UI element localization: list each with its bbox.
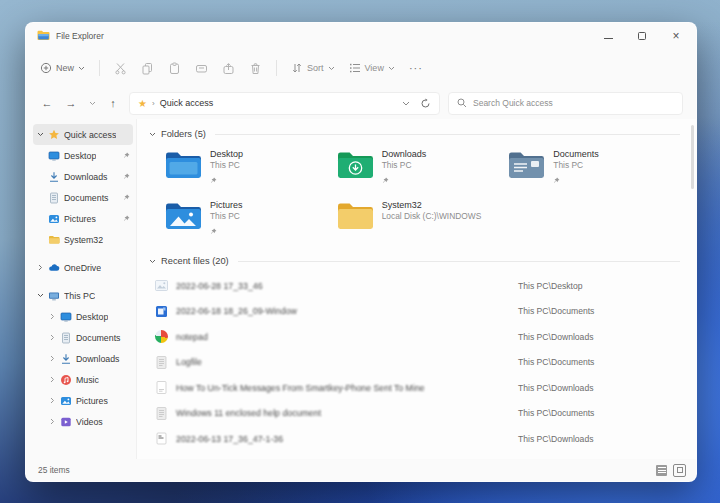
sort-button[interactable]: Sort: [291, 62, 335, 74]
delete-button[interactable]: [249, 62, 262, 75]
search-input[interactable]: [473, 98, 674, 108]
file-name: 2022-06-18 18_26_09-Window: [176, 306, 510, 316]
view-button-label: View: [365, 63, 384, 73]
search-box[interactable]: [448, 92, 683, 115]
forward-button[interactable]: →: [63, 97, 79, 109]
view-button[interactable]: View: [349, 62, 395, 74]
folder-desktop-icon: [165, 150, 202, 179]
sidebar-item-pc-downloads[interactable]: Downloads: [45, 348, 133, 369]
quick-access-star-icon: ★: [138, 98, 147, 109]
copy-button[interactable]: [141, 62, 154, 75]
sidebar-item-desktop[interactable]: Desktop: [45, 145, 133, 166]
more-options-button[interactable]: ···: [409, 62, 423, 74]
recent-locations-button[interactable]: [87, 99, 97, 108]
chevron-down-icon: [149, 259, 156, 264]
sidebar-item-this-pc[interactable]: This PC: [33, 285, 133, 306]
rename-button[interactable]: [195, 62, 208, 75]
chevron-right-icon: [50, 313, 55, 320]
folder-location: This PC: [553, 160, 599, 170]
folder-tile-downloads[interactable]: Downloads This PC: [337, 149, 509, 196]
sidebar-item-pc-documents[interactable]: Documents: [45, 327, 133, 348]
status-bar: 25 items: [26, 459, 696, 481]
toolbar-separator: [276, 60, 277, 76]
sidebar-item-label: Music: [76, 375, 99, 385]
file-list-pane: Folders (5) Desktop This PC: [136, 119, 696, 459]
cut-button[interactable]: [114, 62, 127, 75]
pin-icon: [210, 228, 217, 235]
minimize-button[interactable]: [602, 30, 614, 42]
chevron-down-icon: [89, 101, 96, 106]
folder-pictures-icon: [165, 201, 202, 230]
breadcrumb[interactable]: Quick access: [160, 98, 214, 108]
file-row[interactable]: notepad This PC\Downloads: [149, 324, 680, 350]
close-button[interactable]: ×: [670, 30, 682, 42]
section-title: Folders (5): [161, 129, 206, 139]
refresh-icon[interactable]: [420, 98, 431, 109]
file-row[interactable]: Windows 11 enclosed help document This P…: [149, 401, 680, 427]
large-icons-view-button[interactable]: [673, 464, 686, 477]
file-row[interactable]: How To Un-Tick Messages From Smartkey-Ph…: [149, 375, 680, 401]
downloads-icon: [60, 353, 72, 365]
sidebar-item-pc-videos[interactable]: Videos: [45, 411, 133, 432]
sidebar-item-documents[interactable]: Documents: [45, 187, 133, 208]
this-pc-icon: [48, 290, 60, 302]
window-title: File Explorer: [56, 31, 104, 41]
sidebar-item-pc-music[interactable]: Music: [45, 369, 133, 390]
content-scrollbar[interactable]: [691, 125, 694, 189]
sidebar-item-label: OneDrive: [64, 263, 101, 273]
desktop-icon: [60, 311, 72, 323]
address-bar[interactable]: ★ › Quick access: [129, 92, 440, 115]
new-button[interactable]: New: [40, 62, 85, 74]
sidebar-item-pictures[interactable]: Pictures: [45, 208, 133, 229]
pin-icon: [210, 177, 217, 184]
file-row[interactable]: 2022-06-18 18_26_09-Window This PC\Docum…: [149, 299, 680, 325]
file-row[interactable]: Logfile This PC\Documents: [149, 350, 680, 376]
document-file-icon: [155, 407, 168, 420]
sidebar-item-label: Documents: [76, 333, 121, 343]
maximize-button[interactable]: [636, 30, 648, 42]
folder-name: Documents: [553, 149, 599, 159]
folder-downloads-icon: [337, 150, 374, 179]
sidebar-item-label: Videos: [76, 417, 103, 427]
file-path: This PC\Downloads: [518, 332, 680, 342]
back-button[interactable]: ←: [39, 97, 55, 109]
cut-icon: [114, 62, 127, 75]
file-row[interactable]: 2022-06-28 17_33_46 This PC\Desktop: [149, 273, 680, 299]
navigation-pane: Quick access Desktop Downloads Documents…: [26, 119, 136, 459]
recent-files-section-header[interactable]: Recent files (20): [149, 253, 680, 269]
paste-button[interactable]: [168, 62, 181, 75]
pin-icon: [123, 152, 130, 159]
folder-tile-pictures[interactable]: Pictures This PC: [165, 200, 337, 247]
folder-tile-system32[interactable]: System32 Local Disk (C:)\WINDOWS: [337, 200, 509, 247]
sidebar-item-label: System32: [64, 235, 103, 245]
folder-tile-documents[interactable]: Documents This PC: [508, 149, 680, 196]
desktop-icon: [48, 150, 60, 162]
file-name: 2022-06-13 17_36_47-1-36: [176, 434, 510, 444]
file-path: This PC\Documents: [518, 306, 680, 316]
sidebar-item-label: Pictures: [76, 396, 108, 406]
details-view-button[interactable]: [656, 465, 667, 476]
up-button[interactable]: ↑: [105, 97, 121, 109]
file-path: This PC\Documents: [518, 408, 680, 418]
folder-tile-desktop[interactable]: Desktop This PC: [165, 149, 337, 196]
file-explorer-window: File Explorer × New: [25, 22, 697, 482]
sidebar-item-pc-desktop[interactable]: Desktop: [45, 306, 133, 327]
file-explorer-app-icon: [37, 27, 50, 45]
blue-app-file-icon: [155, 305, 168, 318]
sidebar-item-downloads[interactable]: Downloads: [45, 166, 133, 187]
sidebar-item-pc-pictures[interactable]: Pictures: [45, 390, 133, 411]
toolbar-separator: [99, 60, 100, 76]
address-dropdown-icon[interactable]: [402, 101, 410, 106]
sidebar-item-label: Quick access: [64, 130, 116, 140]
sidebar-item-system32[interactable]: System32: [45, 229, 133, 250]
chevron-right-icon: [50, 334, 55, 341]
sidebar-item-quick-access[interactable]: Quick access: [33, 124, 133, 145]
folders-section-header[interactable]: Folders (5): [149, 126, 680, 142]
folder-name: System32: [382, 200, 482, 210]
file-row[interactable]: 2022-06-13 17_36_47-1-36 This PC\Downloa…: [149, 426, 680, 452]
chevron-right-icon: [50, 376, 55, 383]
circle-plus-icon: [40, 62, 52, 74]
sidebar-item-onedrive[interactable]: OneDrive: [33, 257, 133, 278]
share-button[interactable]: [222, 62, 235, 75]
pin-icon: [123, 194, 130, 201]
